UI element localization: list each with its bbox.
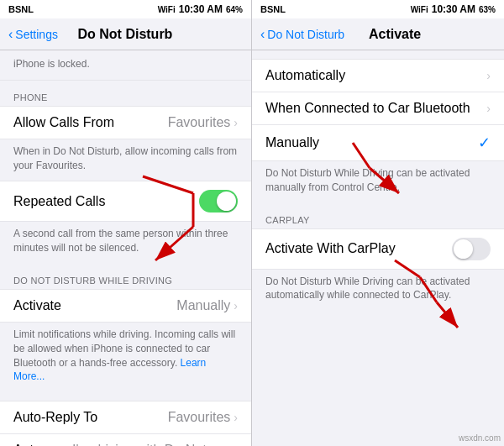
allow-calls-chevron: › xyxy=(234,116,238,129)
left-content: iPhone is locked. PHONE Allow Calls From… xyxy=(0,50,251,446)
when-connected-chevron: › xyxy=(486,102,491,115)
left-nav-title: Do Not Disturb xyxy=(58,27,192,42)
right-back-button[interactable]: ‹ Do Not Disturb xyxy=(260,27,344,42)
left-panel: BSNL WiFi 10:30 AM 64% ‹ Settings Do Not… xyxy=(0,0,252,446)
left-battery: 64% xyxy=(226,5,243,14)
right-carrier: BSNL xyxy=(260,4,286,14)
left-status-bar: BSNL WiFi 10:30 AM 64% xyxy=(0,0,251,18)
right-back-label: Do Not Disturb xyxy=(267,28,344,41)
auto-reply-group: Auto-Reply To Favourites › Auto-Reply I'… xyxy=(0,401,251,446)
allow-calls-desc: When in Do Not Disturb, allow incoming c… xyxy=(0,139,251,181)
manually-cell[interactable]: Manually ✓ xyxy=(252,125,504,160)
left-carrier: BSNL xyxy=(8,4,34,14)
auto-reply-to-chevron: › xyxy=(234,411,238,424)
automatically-group: Automatically › When Connected to Car Bl… xyxy=(252,59,504,161)
allow-calls-cell[interactable]: Allow Calls From Favourites › xyxy=(0,107,251,139)
auto-reply-to-cell[interactable]: Auto-Reply To Favourites › xyxy=(0,401,251,434)
manually-label: Manually xyxy=(265,135,319,150)
auto-reply-cell[interactable]: Auto-Reply I'm driving with Do Not Distu… xyxy=(0,434,251,446)
allow-calls-cell-group: Allow Calls From Favourites › xyxy=(0,106,251,139)
right-nav-bar: ‹ Do Not Disturb Activate xyxy=(252,18,504,50)
left-nav-bar: ‹ Settings Do Not Disturb xyxy=(0,18,251,50)
repeated-calls-label: Repeated Calls xyxy=(13,194,105,209)
automatically-cell[interactable]: Automatically › xyxy=(252,60,504,92)
repeated-calls-group: Repeated Calls xyxy=(0,181,251,222)
activate-value: Manually › xyxy=(176,298,238,313)
activate-desc: Limit notifications while driving. Incom… xyxy=(0,323,251,392)
activate-chevron: › xyxy=(234,299,238,312)
right-battery: 63% xyxy=(479,5,496,14)
activate-label: Activate xyxy=(13,298,61,313)
phone-section-header: PHONE xyxy=(0,81,251,106)
left-time: 10:30 AM xyxy=(179,3,223,15)
carplay-group: Activate With CarPlay xyxy=(252,228,504,270)
right-content: Automatically › When Connected to Car Bl… xyxy=(252,50,504,446)
repeated-calls-toggle[interactable] xyxy=(199,190,238,213)
activate-carplay-label: Activate With CarPlay xyxy=(265,241,396,256)
left-back-label: Settings xyxy=(15,28,58,41)
allow-calls-label: Allow Calls From xyxy=(13,115,114,130)
allow-calls-value: Favourites › xyxy=(168,115,238,130)
when-connected-cell[interactable]: When Connected to Car Bluetooth › xyxy=(252,92,504,125)
auto-reply-to-label: Auto-Reply To xyxy=(13,410,97,425)
carplay-desc: Do Not Disturb While Driving can be acti… xyxy=(252,270,504,312)
repeated-calls-desc: A second call from the same person withi… xyxy=(0,222,251,264)
manually-desc: Do Not Disturb While Driving can be acti… xyxy=(252,161,504,203)
locked-note: iPhone is locked. xyxy=(0,50,251,81)
activate-cell[interactable]: Activate Manually › xyxy=(0,290,251,322)
auto-reply-value: I'm driving with Do Not Distu... › xyxy=(72,443,238,446)
watermark: wsxdn.com xyxy=(459,433,501,443)
activate-cell-group: Activate Manually › xyxy=(0,289,251,323)
left-wifi-icon: WiFi xyxy=(158,5,176,14)
right-back-chevron: ‹ xyxy=(260,27,265,42)
left-back-chevron: ‹ xyxy=(8,27,13,42)
manually-checkmark: ✓ xyxy=(478,134,491,152)
right-wifi-icon: WiFi xyxy=(411,5,428,14)
right-status-bar: BSNL WiFi 10:30 AM 63% xyxy=(252,0,504,18)
carplay-toggle[interactable] xyxy=(452,238,491,260)
when-connected-label: When Connected to Car Bluetooth xyxy=(265,101,470,116)
automatically-chevron: › xyxy=(486,69,491,82)
right-time: 10:30 AM xyxy=(432,3,475,15)
activate-carplay-cell[interactable]: Activate With CarPlay xyxy=(252,229,504,269)
auto-reply-label: Auto-Reply xyxy=(13,443,72,446)
left-back-button[interactable]: ‹ Settings xyxy=(8,27,58,42)
auto-reply-to-value: Favourites › xyxy=(168,410,238,425)
carplay-header: CARPLAY xyxy=(252,203,504,228)
right-panel: BSNL WiFi 10:30 AM 63% ‹ Do Not Disturb … xyxy=(252,0,504,446)
repeated-calls-cell[interactable]: Repeated Calls xyxy=(0,181,251,221)
dnd-driving-header: DO NOT DISTURB WHILE DRIVING xyxy=(0,264,251,289)
automatically-label: Automatically xyxy=(265,68,345,83)
right-nav-title: Activate xyxy=(344,27,445,42)
